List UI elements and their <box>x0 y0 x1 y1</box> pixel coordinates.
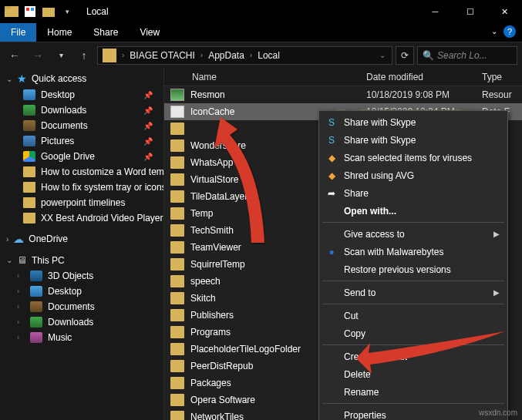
chevron-right-icon[interactable]: › <box>120 51 126 59</box>
menu-item[interactable]: ◆Shred using AVG <box>321 166 506 184</box>
sidebar-item[interactable]: Documents 📌 <box>0 118 163 133</box>
folder-icon <box>23 120 35 131</box>
menu-item[interactable]: ●Scan with Malwarebytes <box>321 243 506 260</box>
menu-item-label: Scan with Malwarebytes <box>344 247 443 257</box>
menu-item[interactable]: Send to▶ <box>321 284 506 301</box>
qat-dropdown-icon[interactable]: ▾ <box>59 3 76 20</box>
breadcrumb[interactable]: Local <box>254 50 283 61</box>
back-button[interactable]: ← <box>5 45 25 66</box>
menu-item[interactable]: Create shortcut <box>321 348 506 365</box>
sidebar-item[interactable]: › Documents <box>0 299 163 314</box>
sidebar-item[interactable]: › Downloads <box>0 314 163 330</box>
menu-separator <box>322 222 504 223</box>
qat-newfolder-icon[interactable] <box>40 3 57 20</box>
maximize-button[interactable]: ☐ <box>453 0 487 23</box>
menu-item[interactable]: Copy <box>321 324 506 342</box>
column-type[interactable]: Type <box>482 72 522 82</box>
menu-item[interactable]: ➦Share <box>321 184 506 202</box>
sidebar-item[interactable]: How to fix system tray or icons missing <box>0 180 163 195</box>
tab-home[interactable]: Home <box>36 23 83 42</box>
menu-item[interactable]: Cut <box>321 307 506 324</box>
chevron-down-icon[interactable]: ⌄ <box>6 256 12 264</box>
file-icon <box>170 241 184 254</box>
sidebar-item-label: How to fix system tray or icons missing <box>41 182 163 193</box>
sidebar-item[interactable]: › 3D Objects <box>0 268 163 284</box>
folder-icon <box>23 197 35 208</box>
breadcrumb[interactable]: AppData <box>205 50 248 61</box>
pin-icon: 📌 <box>143 106 157 115</box>
chevron-right-icon[interactable]: › <box>17 303 25 311</box>
chevron-down-icon[interactable]: ⌄ <box>6 75 12 83</box>
menu-item[interactable]: Open with... <box>321 202 506 220</box>
menu-item[interactable]: Restore previous versions <box>321 260 506 278</box>
sidebar-item[interactable]: Downloads 📌 <box>0 102 163 118</box>
sidebar-quick-access[interactable]: ⌄ ★ Quick access <box>0 70 163 87</box>
pin-icon: 📌 <box>143 91 157 99</box>
chevron-right-icon[interactable]: › <box>248 51 254 59</box>
address-dropdown-icon[interactable]: ⌄ <box>375 51 390 59</box>
column-date[interactable]: Date modified <box>366 72 482 82</box>
sidebar-item[interactable]: › Desktop <box>0 284 163 299</box>
sidebar-item-label: Music <box>48 332 72 343</box>
folder-icon <box>3 3 20 20</box>
file-row[interactable]: Resmon 10/18/2019 9:08 PM Resour <box>164 86 522 103</box>
menu-separator <box>322 344 504 345</box>
menu-separator <box>322 281 504 281</box>
chevron-right-icon[interactable]: › <box>17 334 25 341</box>
menu-item-label: Send to <box>344 287 376 298</box>
menu-item-label: Copy <box>344 328 365 339</box>
sidebar-item[interactable]: Pictures 📌 <box>0 133 163 149</box>
sidebar-item[interactable]: How to customize a Word template <box>0 164 163 180</box>
menu-item[interactable]: ◆Scan selected items for viruses <box>321 149 506 166</box>
sidebar-item[interactable]: powerpoint timelines <box>0 195 163 210</box>
close-button[interactable]: ✕ <box>487 0 522 23</box>
watermark: wsxdn.com <box>479 408 517 417</box>
menu-item[interactable]: Rename <box>321 383 506 401</box>
sidebar-this-pc[interactable]: ⌄ 🖥 This PC <box>0 252 163 268</box>
sidebar-item[interactable]: › Music <box>0 330 163 345</box>
chevron-right-icon[interactable]: › <box>17 287 25 295</box>
file-icon <box>170 190 184 203</box>
navigation-pane[interactable]: ⌄ ★ Quick access Desktop 📌 Downloads 📌 D… <box>0 68 164 420</box>
sidebar-item-label: XX Best Android Video Players <box>41 213 163 223</box>
sidebar-item[interactable]: Desktop 📌 <box>0 87 163 102</box>
sidebar-item[interactable]: Google Drive 📌 <box>0 149 163 164</box>
folder-icon <box>30 332 42 343</box>
tab-view[interactable]: View <box>129 23 170 42</box>
address-bar[interactable]: › BIAGE OTACHI › AppData › Local ⌄ <box>97 46 392 65</box>
chevron-right-icon[interactable]: › <box>17 318 25 326</box>
search-input[interactable]: 🔍 Search Lo... <box>417 46 517 65</box>
file-icon <box>170 326 184 338</box>
tab-file[interactable]: File <box>0 23 36 42</box>
menu-item[interactable]: SShare with Skype <box>321 113 506 131</box>
refresh-button[interactable]: ⟳ <box>396 46 414 65</box>
chevron-right-icon[interactable]: › <box>17 272 25 280</box>
chevron-right-icon[interactable]: › <box>6 235 8 244</box>
column-name[interactable]: Name <box>190 72 366 82</box>
sidebar-onedrive[interactable]: › ☁ OneDrive <box>0 230 163 247</box>
tab-share[interactable]: Share <box>83 23 129 42</box>
forward-button[interactable]: → <box>28 45 48 66</box>
folder-icon <box>23 182 35 193</box>
menu-item[interactable]: Give access to▶ <box>321 225 506 243</box>
file-icon <box>170 207 184 220</box>
column-headers[interactable]: Name Date modified Type <box>164 68 522 86</box>
folder-icon <box>23 213 35 223</box>
sidebar-item[interactable]: XX Best Android Video Players <box>0 210 163 226</box>
chevron-right-icon: ▶ <box>493 288 500 297</box>
menu-item-icon: S <box>325 134 338 146</box>
qat-properties-icon[interactable] <box>22 3 39 20</box>
file-icon <box>170 106 184 118</box>
chevron-right-icon[interactable]: › <box>198 51 205 59</box>
sidebar-label: Quick access <box>32 73 86 84</box>
help-icon[interactable]: ? <box>503 25 516 38</box>
recent-locations-icon[interactable]: ▾ <box>51 45 71 66</box>
menu-item-icon: ➦ <box>325 187 338 200</box>
up-button[interactable]: ↑ <box>74 45 94 66</box>
breadcrumb[interactable]: BIAGE OTACHI <box>126 50 197 61</box>
minimize-button[interactable]: ─ <box>418 0 453 23</box>
sidebar-item-label: Documents <box>48 301 95 312</box>
menu-item[interactable]: Delete <box>321 365 506 383</box>
menu-item[interactable]: SShare with Skype <box>321 131 506 149</box>
ribbon-expand-icon[interactable]: ⌄ <box>491 27 497 35</box>
